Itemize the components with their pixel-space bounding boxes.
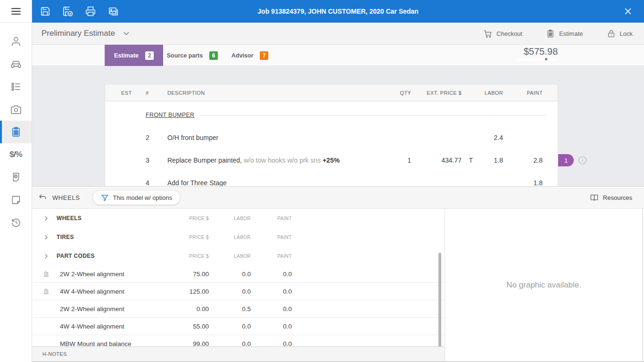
estimate-button[interactable]: Estimate — [546, 29, 583, 38]
checkout-button[interactable]: Checkout — [483, 29, 522, 38]
sidebar-item-checklist[interactable] — [0, 75, 32, 98]
tab-bar: Estimate 2 Source parts 6 Advisor 7 $575… — [32, 45, 644, 66]
car-icon — [10, 58, 22, 70]
filter-chip-label: This model w/ options — [113, 194, 173, 201]
panel-header: WHEELS This model w/ options Resources — [32, 187, 644, 209]
total-indicator-dot — [545, 58, 547, 60]
back-button[interactable] — [38, 192, 48, 203]
lock-label: Lock — [620, 30, 633, 37]
resources-label: Resources — [603, 194, 632, 201]
save-button[interactable] — [34, 0, 57, 23]
part-labor: 0.0 — [242, 323, 251, 330]
tab-estimate-label: Estimate — [114, 52, 139, 59]
sidebar-item-invoice[interactable] — [0, 166, 32, 189]
chevron-right-icon — [42, 234, 50, 241]
tab-advisor-label: Advisor — [231, 52, 254, 59]
part-name: 2W 2-Wheel alignment — [60, 271, 124, 278]
part-paint: 0.0 — [283, 305, 292, 313]
line-qty: 1 — [383, 156, 411, 164]
col-ext-price: EXT. PRICE $ — [410, 90, 462, 96]
back-arrow-icon — [38, 192, 48, 203]
col-paint-label: PAINT — [277, 216, 292, 221]
sidebar-item-notes[interactable] — [0, 189, 32, 211]
h-notes-bar[interactable]: H-NOTES — [32, 346, 445, 361]
cart-icon — [483, 29, 492, 38]
sidebar-item-rates[interactable]: $/% — [0, 143, 32, 166]
part-code-row[interactable]: 2W 2-Wheel alignment 0.00 0.5 0.0 — [32, 300, 445, 318]
sidebar-nav: $/% — [0, 23, 32, 234]
person-icon — [10, 36, 22, 47]
line-paint: 1.8 — [514, 179, 543, 186]
line-info-button[interactable] — [578, 156, 587, 165]
supplement-badge[interactable]: 1 — [558, 154, 574, 166]
part-name: 4W 4-Wheel alignment — [60, 288, 124, 295]
sidebar-item-customer[interactable] — [0, 30, 32, 53]
estimate-line-row[interactable]: 2 O/H front bumper 2.4 — [105, 126, 558, 149]
col-description: DESCRIPTION — [167, 90, 205, 96]
estimate-line-row[interactable]: 4 Add for Three Stage 1.8 — [105, 172, 558, 186]
line-ext-price: 434.77 — [419, 156, 462, 164]
section-header-front-bumper[interactable]: FRONT BUMPER — [105, 104, 558, 126]
parts-selector-panel: WHEELS This model w/ options Resources W… — [32, 186, 644, 362]
part-price: 0.00 — [197, 305, 209, 313]
panel-body: WHEELS PRICE $ LABOR PAINT TIRES PRICE $… — [32, 209, 644, 362]
receipt-dollar-icon — [10, 172, 22, 183]
part-paint: 0.0 — [283, 271, 292, 278]
save-check-icon — [62, 6, 74, 17]
col-paint-label: PAINT — [277, 254, 292, 259]
save-and-verify-button[interactable] — [57, 0, 79, 23]
checkout-label: Checkout — [496, 30, 522, 37]
clipboard-icon — [546, 29, 555, 38]
estimate-label: Estimate — [559, 30, 583, 37]
tab-advisor[interactable]: Advisor 7 — [222, 45, 278, 66]
line-number: 2 — [146, 134, 149, 141]
photos-gallery-button[interactable] — [102, 0, 124, 23]
checklist-icon — [10, 81, 22, 92]
estimate-total[interactable]: $575.98 — [516, 45, 558, 66]
hamburger-menu-button[interactable] — [0, 0, 32, 23]
close-button[interactable] — [617, 0, 639, 23]
line-tax-flag: T — [469, 156, 473, 164]
estimate-clipboard-icon — [10, 126, 22, 138]
shop-building-icon — [42, 288, 50, 295]
document-type-dropdown[interactable]: Preliminary Estimate — [41, 29, 131, 38]
col-num: # — [146, 90, 149, 96]
tab-advisor-count-badge: 7 — [260, 51, 268, 60]
parts-section-part-codes[interactable]: PART CODES PRICE $ LABOR PAINT — [32, 247, 445, 265]
sidebar: $/% — [0, 0, 32, 362]
print-button[interactable] — [79, 0, 102, 23]
sidebar-item-history[interactable] — [0, 211, 32, 234]
section-title: FRONT BUMPER — [146, 112, 194, 118]
no-graphic-message: No graphic available. — [506, 280, 581, 290]
parts-section-wheels[interactable]: WHEELS PRICE $ LABOR PAINT — [32, 209, 445, 228]
tab-estimate[interactable]: Estimate 2 — [105, 45, 163, 66]
filter-chip[interactable]: This model w/ options — [92, 190, 181, 205]
col-paint: PAINT — [514, 90, 543, 96]
titlebar-actions — [34, 0, 124, 23]
sidebar-item-estimate[interactable] — [0, 121, 32, 143]
parts-section-tires[interactable]: TIRES PRICE $ LABOR PAINT — [32, 228, 445, 247]
line-description: Add for Three Stage — [167, 179, 227, 186]
part-code-row[interactable]: 4W 4-Wheel alignment 55.00 0.0 0.0 — [32, 318, 445, 335]
save-icon — [40, 6, 50, 16]
lock-button[interactable]: Lock — [607, 29, 633, 38]
col-labor-label: LABOR — [234, 254, 251, 259]
part-paint: 0.0 — [283, 288, 292, 295]
rates-icon: $/% — [9, 150, 22, 159]
estimate-total-value: $575.98 — [516, 46, 558, 57]
part-name: 4W 4-Wheel alignment — [60, 323, 124, 330]
estimate-table-card: EST # DESCRIPTION QTY EXT. PRICE $ LABOR… — [105, 84, 558, 186]
parts-section-title: PART CODES — [57, 253, 95, 259]
estimate-line-row[interactable]: 3 Replace Bumper painted, w/o tow hooks … — [105, 149, 558, 172]
sidebar-item-photos[interactable] — [0, 98, 32, 121]
close-icon — [623, 7, 633, 16]
graphic-panel: No graphic available. — [445, 209, 643, 361]
part-code-row[interactable]: 4W 4-Wheel alignment 125.00 0.0 0.0 — [32, 283, 445, 300]
parts-list-scrollbar[interactable] — [438, 253, 441, 349]
sidebar-item-vehicle[interactable] — [0, 53, 32, 75]
parts-section-title: WHEELS — [57, 215, 82, 222]
toolbar-actions: Checkout Estimate Lock — [483, 29, 633, 38]
part-code-row[interactable]: 2W 2-Wheel alignment 75.00 0.0 0.0 — [32, 265, 445, 283]
resources-button[interactable]: Resources — [590, 193, 632, 202]
tab-source-parts[interactable]: Source parts 6 — [163, 45, 222, 66]
